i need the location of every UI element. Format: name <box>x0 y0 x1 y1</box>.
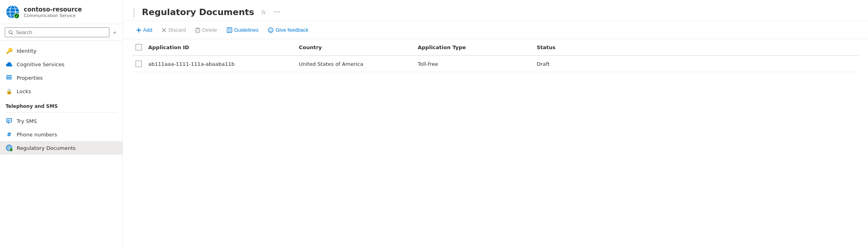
guidelines-button[interactable]: Guidelines <box>223 25 262 35</box>
column-header-application-id: Application ID <box>145 39 296 56</box>
key-icon: 🔑 <box>6 47 13 54</box>
x-icon <box>162 28 166 33</box>
sidebar-item-regulatory-documents[interactable]: ✓ Regulatory Documents <box>0 141 122 155</box>
globe2-icon: ✓ <box>6 144 13 151</box>
plus-icon <box>136 28 141 33</box>
sidebar-item-cognitive-services-label: Cognitive Services <box>17 61 65 67</box>
row-checkbox[interactable] <box>136 61 142 67</box>
sidebar-item-try-sms-label: Try SMS <box>17 118 37 124</box>
telephony-sms-section-label: Telephony and SMS <box>0 98 122 111</box>
svg-point-39 <box>270 29 270 30</box>
table-row[interactable]: ab111aaa-1111-111a-abaaba11b United Stat… <box>132 56 858 72</box>
section-divider <box>6 112 117 113</box>
sidebar-item-identity-label: Identity <box>17 48 36 54</box>
svg-line-8 <box>11 33 13 34</box>
svg-rect-9 <box>6 75 12 76</box>
more-options-icon[interactable]: ··· <box>273 7 282 17</box>
feedback-label: Give feedback <box>275 27 308 33</box>
sidebar-header: ✓ contoso-resource Communication Service <box>0 0 122 24</box>
add-button[interactable]: Add <box>132 25 156 35</box>
cell-application-type: Toll-free <box>415 56 533 72</box>
column-header-status: Status <box>533 39 858 56</box>
collapse-button[interactable]: « <box>112 28 118 37</box>
sidebar: ✓ contoso-resource Communication Service… <box>0 0 123 249</box>
resource-type: Communication Service <box>24 13 82 18</box>
svg-rect-12 <box>6 75 7 79</box>
page-title: Regulatory Documents <box>142 7 254 17</box>
table-body: ab111aaa-1111-111a-abaaba11b United Stat… <box>132 56 858 72</box>
cell-country: United States of America <box>296 56 415 72</box>
search-input[interactable] <box>16 29 106 35</box>
hash-icon: # <box>6 131 13 138</box>
sidebar-item-locks[interactable]: 🔒 Locks <box>0 84 122 98</box>
svg-point-40 <box>271 29 272 30</box>
sidebar-item-properties-label: Properties <box>17 75 43 81</box>
svg-rect-26 <box>196 29 200 33</box>
page-divider: | <box>132 6 136 17</box>
sidebar-item-locks-label: Locks <box>17 88 31 94</box>
select-all-checkbox[interactable] <box>136 44 142 50</box>
trash-icon <box>195 27 200 33</box>
main-content: | Regulatory Documents ☆ ··· Add Discard <box>123 0 868 249</box>
sms-icon <box>6 117 13 125</box>
cloud-icon <box>6 61 13 68</box>
sidebar-item-properties[interactable]: Properties <box>0 71 122 84</box>
svg-text:✓: ✓ <box>15 14 18 18</box>
sidebar-nav: 🔑 Identity Cognitive Services Properties <box>0 41 122 249</box>
regulatory-documents-table: Application ID Country Application Type … <box>132 39 858 72</box>
svg-text:✓: ✓ <box>10 149 12 151</box>
toolbar: Add Discard Delete <box>123 21 868 39</box>
discard-button[interactable]: Discard <box>158 25 190 35</box>
sidebar-item-identity[interactable]: 🔑 Identity <box>0 44 122 57</box>
column-header-application-type: Application Type <box>415 39 533 56</box>
feedback-button[interactable]: Give feedback <box>264 25 312 35</box>
discard-label: Discard <box>168 27 186 33</box>
svg-rect-11 <box>6 79 12 79</box>
sidebar-item-try-sms[interactable]: Try SMS <box>0 114 122 128</box>
search-icon <box>8 30 13 35</box>
header-checkbox-cell <box>132 39 145 56</box>
table-header: Application ID Country Application Type … <box>132 39 858 56</box>
row-checkbox-cell <box>132 56 145 72</box>
guidelines-label: Guidelines <box>234 27 258 33</box>
search-box[interactable] <box>5 27 109 37</box>
column-header-country: Country <box>296 39 415 56</box>
delete-button[interactable]: Delete <box>191 25 221 35</box>
sidebar-item-cognitive-services[interactable]: Cognitive Services <box>0 57 122 71</box>
svg-rect-10 <box>6 77 12 78</box>
table-container: Application ID Country Application Type … <box>123 39 868 249</box>
bars-icon <box>6 74 13 81</box>
cell-application-id: ab111aaa-1111-111a-abaaba11b <box>145 56 296 72</box>
sidebar-search-area: « <box>0 24 122 41</box>
resource-name: contoso-resource <box>24 6 82 13</box>
cell-status: Draft <box>533 56 858 72</box>
svg-point-38 <box>268 28 273 33</box>
lock-icon: 🔒 <box>6 88 13 95</box>
book-icon <box>227 27 232 33</box>
resource-info: contoso-resource Communication Service <box>24 6 82 18</box>
sidebar-item-phone-numbers[interactable]: # Phone numbers <box>0 128 122 141</box>
page-header: | Regulatory Documents ☆ ··· <box>123 0 868 21</box>
delete-label: Delete <box>202 27 217 33</box>
favorite-icon[interactable]: ☆ <box>259 7 268 17</box>
sidebar-item-regulatory-documents-label: Regulatory Documents <box>17 145 76 151</box>
add-label: Add <box>143 27 152 33</box>
resource-icon: ✓ <box>6 5 20 19</box>
feedback-icon <box>268 27 273 33</box>
sidebar-item-phone-numbers-label: Phone numbers <box>17 132 57 138</box>
